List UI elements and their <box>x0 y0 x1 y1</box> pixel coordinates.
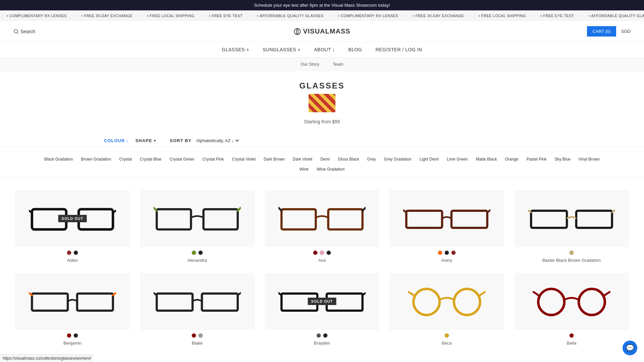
product-card-brayden[interactable]: SOLD OUT Brayden <box>260 268 384 351</box>
tag-grey[interactable]: Grey <box>365 156 379 163</box>
svg-rect-19 <box>531 211 567 228</box>
tag-crystal-blue[interactable]: Crystal Blue <box>137 156 164 163</box>
filters-bar: COLOUR ↓ SHAPE + SORT BY Alphabetically,… <box>0 134 644 147</box>
swatches-ava <box>265 250 379 255</box>
swatch[interactable] <box>569 250 574 255</box>
svg-line-13 <box>278 208 281 211</box>
swatch[interactable] <box>438 250 442 255</box>
svg-line-38 <box>480 292 485 295</box>
product-card-ava[interactable]: Ava <box>260 185 384 268</box>
swatch[interactable] <box>198 333 203 338</box>
product-card-alexandra[interactable]: Alexandra <box>135 185 260 268</box>
svg-line-22 <box>612 210 615 213</box>
tag-black-gradation[interactable]: Black Gradation <box>42 156 75 163</box>
svg-rect-28 <box>202 294 238 311</box>
swatch[interactable] <box>569 333 574 338</box>
product-card-avery[interactable]: Avery <box>384 185 509 268</box>
swatch[interactable] <box>316 333 321 338</box>
svg-point-35 <box>414 289 440 315</box>
tag-sky-blue[interactable]: Sky Blue <box>552 156 573 163</box>
product-name-ava: Ava <box>265 258 379 263</box>
product-card-aiden[interactable]: SOLD OUT Aiden <box>10 185 135 268</box>
swatch[interactable] <box>320 250 324 255</box>
tag-crystal-green[interactable]: Crystal Green <box>167 156 197 163</box>
product-name-benjamin: Benjamin <box>15 341 130 346</box>
product-card-benjamin[interactable]: Benjamin <box>10 268 135 351</box>
swatch[interactable] <box>192 250 196 255</box>
glasses-svg-alexandra <box>154 200 241 237</box>
svg-rect-7 <box>157 209 191 229</box>
svg-point-40 <box>579 289 605 315</box>
swatch[interactable] <box>323 333 328 338</box>
currency-button[interactable]: SGD <box>621 29 631 34</box>
logo[interactable]: VISUALMASS <box>293 27 350 35</box>
swatch[interactable] <box>444 333 449 338</box>
nav-glasses[interactable]: GLASSES + <box>222 47 249 52</box>
nav-about[interactable]: ABOUT ↓ <box>314 47 335 52</box>
tag-orange[interactable]: Orange <box>502 156 521 163</box>
product-card-blake[interactable]: Blake <box>135 268 260 351</box>
logo-text: VISUALMASS <box>303 27 350 35</box>
swatch[interactable] <box>67 250 71 255</box>
svg-line-1 <box>17 33 18 34</box>
shape-filter-button[interactable]: SHAPE + <box>136 138 156 143</box>
tag-crystal-violet[interactable]: Crystal Violet <box>229 156 258 163</box>
header: Search VISUALMASS CART (0) SGD <box>0 21 644 42</box>
product-image-aiden: SOLD OUT <box>15 190 130 247</box>
chat-widget[interactable]: 💬 <box>623 341 637 355</box>
tag-dark-brown[interactable]: Dark Brown <box>261 156 287 163</box>
tag-lime-green[interactable]: Lime Green <box>444 156 471 163</box>
search-link[interactable]: Search <box>13 29 35 34</box>
sort-select[interactable]: Alphabetically, AZ ↓ Alphabetically, ZA … <box>195 138 240 143</box>
product-card-bella[interactable]: Bella <box>509 268 634 351</box>
tag-pastel-pink[interactable]: Pastel Pink <box>524 156 549 163</box>
product-card-beca[interactable]: Beca <box>384 268 509 351</box>
subnav-team[interactable]: Team <box>333 62 343 67</box>
product-name-baxter: Baxter Black Brown Gradation <box>514 258 629 263</box>
tag-wine[interactable]: Wine <box>297 166 311 173</box>
tag-brown-gradation[interactable]: Brown Gradation <box>78 156 114 163</box>
product-image-alexandra <box>140 190 255 247</box>
swatch[interactable] <box>67 333 71 338</box>
swatch[interactable] <box>198 250 203 255</box>
tag-dark-violet[interactable]: Dark Violet <box>290 156 315 163</box>
hero-image <box>309 94 335 112</box>
subnav-our-story[interactable]: Our Story <box>301 62 319 67</box>
swatch[interactable] <box>73 250 78 255</box>
cart-button[interactable]: CART (0) <box>587 26 616 37</box>
tag-vinyl-brown[interactable]: Vinyl Brown <box>576 156 602 163</box>
page-title: GLASSES <box>0 81 644 90</box>
swatch[interactable] <box>444 250 449 255</box>
swatch[interactable] <box>192 333 196 338</box>
swatch[interactable] <box>326 250 331 255</box>
glasses-svg-ava <box>278 200 366 237</box>
glasses-svg-beca <box>403 283 490 320</box>
svg-rect-16 <box>451 211 487 228</box>
product-card-baxter[interactable]: Baxter Black Brown Gradation <box>509 185 634 268</box>
product-image-ava <box>265 190 379 247</box>
nav-blog[interactable]: BLOG <box>348 47 362 52</box>
glasses-svg-avery <box>403 200 490 237</box>
nav-auth[interactable]: Register / Log in <box>376 47 422 52</box>
product-image-avery <box>389 190 504 247</box>
tag-demi[interactable]: Demi <box>318 156 332 163</box>
svg-point-36 <box>454 289 480 315</box>
tag-light-demi[interactable]: Light Demi <box>417 156 441 163</box>
colour-filter-button[interactable]: COLOUR ↓ <box>104 138 129 143</box>
swatch[interactable] <box>313 250 318 255</box>
swatch[interactable] <box>73 333 78 338</box>
tag-crystal[interactable]: Crystal <box>116 156 134 163</box>
tag-grey-gradation[interactable]: Grey Gradation <box>381 156 414 163</box>
tag-crystal-pink[interactable]: Crystal Pink <box>200 156 227 163</box>
sub-nav: Our Story Team <box>0 58 644 71</box>
swatch[interactable] <box>451 250 456 255</box>
url-text: https://visualmass.co/collections/glasse… <box>3 356 91 357</box>
glasses-svg-baxter <box>528 200 615 237</box>
product-image-beca <box>389 273 504 330</box>
nav-sunglasses[interactable]: SUNGLASSES + <box>263 47 301 52</box>
tag-wine-gradation[interactable]: Wine Gradation <box>314 166 347 173</box>
tag-gloss-black[interactable]: Gloss Black <box>335 156 362 163</box>
svg-rect-11 <box>281 209 316 229</box>
header-right: CART (0) SGD <box>564 26 631 37</box>
tag-matte-black[interactable]: Matte Black <box>473 156 500 163</box>
